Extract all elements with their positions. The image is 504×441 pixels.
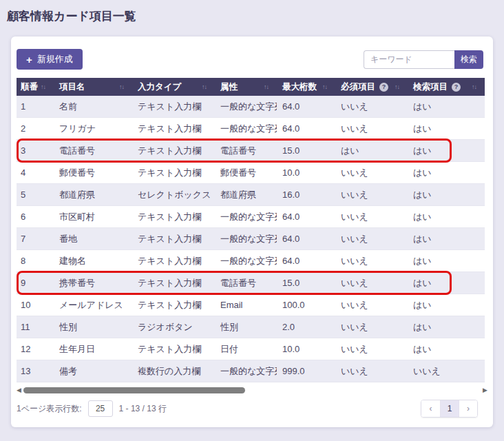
- cell-max-digits: 64.0: [277, 212, 335, 222]
- horizontal-scrollbar[interactable]: ◀ ▶: [17, 386, 487, 395]
- table-row[interactable]: 9携帯番号テキスト入力欄電話番号15.0いいえはい: [17, 272, 485, 294]
- column-header: 必須項目?↑↓: [335, 78, 408, 96]
- cell-max-digits: 64.0: [277, 101, 335, 112]
- search-button[interactable]: 検索: [454, 50, 483, 69]
- cell-order: 11: [17, 322, 54, 332]
- cell-name: 携帯番号: [54, 277, 132, 289]
- cell-input-type: テキスト入力欄: [132, 277, 215, 289]
- cell-input-type: テキスト入力欄: [132, 299, 215, 311]
- table-row[interactable]: 10メールアドレステキスト入力欄Email100.0いいえはい: [17, 294, 485, 316]
- help-icon[interactable]: ?: [452, 83, 461, 92]
- pagination: ‹ 1 ›: [421, 400, 478, 418]
- cell-searchable: いいえ: [408, 365, 485, 378]
- cell-name: 備考: [54, 365, 132, 378]
- sort-icon[interactable]: ↑↓: [202, 83, 207, 90]
- sort-icon[interactable]: ↑↓: [264, 83, 269, 90]
- row-range-label: 1 - 13 / 13 行: [119, 403, 167, 415]
- cell-name: 名前: [54, 101, 132, 113]
- column-header-label: 必須項目: [341, 81, 375, 93]
- table-row[interactable]: 6市区町村テキスト入力欄一般的な文字列64.0いいえはい: [17, 206, 485, 228]
- cell-searchable: はい: [408, 167, 485, 179]
- cell-name: 郵便番号: [54, 167, 132, 179]
- cell-name: 建物名: [54, 255, 132, 267]
- cell-max-digits: 10.0: [277, 167, 335, 178]
- table-row[interactable]: 5都道府県セレクトボックス都道府県16.0いいえはい: [17, 184, 485, 206]
- sort-icon[interactable]: ↑↓: [41, 83, 45, 90]
- cell-searchable: はい: [408, 343, 485, 356]
- column-header: 検索項目?↑↓: [408, 78, 485, 96]
- cell-attribute: 一般的な文字列: [215, 123, 277, 135]
- cell-order: 10: [17, 300, 54, 310]
- scrollbar-thumb[interactable]: [23, 387, 245, 393]
- cell-required: いいえ: [335, 167, 408, 179]
- scrollbar-right-arrow-icon[interactable]: ▶: [483, 387, 487, 393]
- keyword-search-input[interactable]: [364, 50, 454, 69]
- column-header: 属性↑↓: [215, 78, 277, 96]
- help-icon[interactable]: ?: [379, 83, 388, 92]
- table-body: 1名前テキスト入力欄一般的な文字列64.0いいえはい2フリガナテキスト入力欄一般…: [17, 96, 485, 382]
- sort-icon[interactable]: ↑↓: [472, 83, 476, 90]
- cell-attribute: 電話番号: [215, 277, 277, 289]
- cell-searchable: はい: [408, 123, 485, 135]
- cell-input-type: テキスト入力欄: [132, 233, 215, 245]
- cell-required: いいえ: [335, 211, 408, 223]
- cell-input-type: テキスト入力欄: [132, 167, 215, 179]
- cell-attribute: 一般的な文字列: [215, 365, 277, 378]
- current-page-button[interactable]: 1: [440, 400, 459, 417]
- cell-name: 電話番号: [54, 145, 132, 157]
- column-header-label: 最大桁数: [282, 81, 317, 93]
- table-row[interactable]: 13備考複数行の入力欄一般的な文字列999.0いいえいいえ: [17, 360, 485, 382]
- cell-searchable: はい: [408, 145, 485, 157]
- cell-max-digits: 16.0: [277, 189, 335, 200]
- cell-order: 12: [17, 344, 54, 354]
- create-new-button[interactable]: + 新規作成: [17, 49, 83, 70]
- table-row[interactable]: 2フリガナテキスト入力欄一般的な文字列64.0いいえはい: [17, 118, 485, 140]
- column-header-label: 順番: [21, 81, 38, 93]
- search-group: 検索: [364, 50, 483, 69]
- cell-required: いいえ: [335, 255, 408, 267]
- cell-name: 性別: [54, 321, 132, 334]
- cell-name: 番地: [54, 233, 132, 245]
- sort-icon[interactable]: ↑↓: [119, 83, 124, 90]
- sort-icon[interactable]: ↑↓: [395, 83, 399, 90]
- next-page-button[interactable]: ›: [459, 400, 477, 417]
- cell-max-digits: 64.0: [277, 123, 335, 134]
- table-row[interactable]: 12生年月日テキスト入力欄日付10.0いいえはい: [17, 338, 485, 360]
- table-row[interactable]: 3電話番号テキスト入力欄電話番号15.0はいはい: [17, 140, 485, 162]
- cell-input-type: セレクトボックス: [132, 189, 215, 201]
- cell-max-digits: 64.0: [277, 256, 335, 266]
- column-header: 最大桁数↑↓: [277, 78, 335, 96]
- cell-attribute: 電話番号: [215, 145, 277, 157]
- page-title: 顧客情報カード項目一覧: [7, 8, 493, 24]
- page: 顧客情報カード項目一覧 + 新規作成 検索 順番↑↓項目名↑↓入力タイプ↑↓属性…: [0, 0, 504, 427]
- sort-icon[interactable]: ↑↓: [322, 83, 327, 90]
- toolbar: + 新規作成 検索: [17, 49, 487, 70]
- cell-attribute: 一般的な文字列: [215, 101, 277, 113]
- prev-page-button[interactable]: ‹: [421, 400, 440, 417]
- cell-order: 5: [17, 189, 54, 200]
- cell-order: 6: [17, 212, 54, 222]
- column-header-label: 属性: [220, 81, 238, 93]
- table-row[interactable]: 4郵便番号テキスト入力欄郵便番号10.0いいえはい: [17, 162, 485, 184]
- table-row[interactable]: 11性別ラジオボタン性別2.0いいえはい: [17, 316, 485, 338]
- table-row[interactable]: 8建物名テキスト入力欄一般的な文字列64.0いいえはい: [17, 250, 485, 272]
- cell-name: 市区町村: [54, 211, 132, 223]
- cell-order: 13: [17, 366, 54, 376]
- plus-icon: +: [26, 54, 32, 65]
- cell-input-type: テキスト入力欄: [132, 343, 215, 356]
- rows-per-page-input[interactable]: [88, 400, 113, 417]
- table-row[interactable]: 7番地テキスト入力欄一般的な文字列64.0いいえはい: [17, 228, 485, 250]
- cell-max-digits: 2.0: [277, 322, 335, 332]
- cell-order: 2: [17, 123, 54, 134]
- cell-input-type: ラジオボタン: [132, 321, 215, 334]
- cell-required: いいえ: [335, 189, 408, 201]
- column-header-label: 入力タイプ: [138, 81, 181, 93]
- cell-order: 3: [17, 145, 54, 156]
- scrollbar-left-arrow-icon[interactable]: ◀: [17, 387, 21, 393]
- cell-max-digits: 64.0: [277, 234, 335, 244]
- cell-searchable: はい: [408, 189, 485, 201]
- table-header-row: 順番↑↓項目名↑↓入力タイプ↑↓属性↑↓最大桁数↑↓必須項目?↑↓検索項目?↑↓: [17, 78, 485, 96]
- cell-order: 4: [17, 167, 54, 178]
- content-card: + 新規作成 検索 順番↑↓項目名↑↓入力タイプ↑↓属性↑↓最大桁数↑↓必須項目…: [11, 37, 493, 427]
- table-row[interactable]: 1名前テキスト入力欄一般的な文字列64.0いいえはい: [17, 96, 485, 118]
